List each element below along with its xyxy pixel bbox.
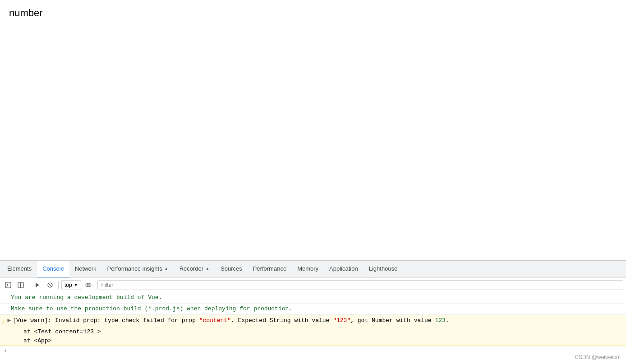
warn-bracket: [Vue warn]: Invalid prop: type check fai…: [13, 317, 199, 324]
tab-performance[interactable]: Performance: [248, 261, 292, 278]
warning-icon: ⚠: [2, 317, 5, 326]
devtools-tabs-bar: Elements Console Network Performance ins…: [0, 261, 626, 278]
tab-recorder[interactable]: Recorder ▲: [174, 261, 215, 278]
warn-expand-arrow[interactable]: ▶: [7, 316, 11, 325]
devtools-panel: Elements Console Network Performance ins…: [0, 260, 626, 364]
context-selector[interactable]: top ▼: [61, 280, 81, 290]
filter-input[interactable]: [97, 280, 623, 290]
console-prompt: ›: [0, 346, 626, 355]
tab-console-label: Console: [42, 265, 64, 272]
page-content: number: [0, 0, 626, 260]
svg-point-6: [86, 283, 91, 287]
warn-at-line-2: at <App>: [0, 336, 626, 346]
tab-network-label: Network: [75, 265, 97, 272]
console-text-1: You are running a development build of V…: [11, 293, 162, 302]
toolbar-divider-2: [58, 281, 59, 289]
visibility-button[interactable]: [83, 280, 94, 290]
console-line-2: Make sure to use the production build (*…: [0, 304, 626, 315]
expand-button[interactable]: [15, 280, 26, 290]
tab-elements-label: Elements: [7, 265, 32, 272]
tab-performance-label: Performance: [253, 265, 286, 272]
toolbar-divider-1: [29, 281, 29, 289]
warn-at-line-1: at <Test content=123 >: [0, 327, 626, 336]
svg-point-7: [87, 284, 89, 286]
context-value: top: [64, 282, 72, 288]
svg-rect-2: [21, 282, 24, 288]
recorder-icon: ▲: [205, 266, 210, 271]
prompt-arrow-icon: ›: [4, 347, 7, 354]
console-toolbar: top ▼: [0, 278, 626, 292]
page-title: number: [9, 7, 43, 18]
svg-marker-3: [36, 283, 39, 287]
run-button[interactable]: [32, 280, 43, 290]
console-warning-block: ⚠ ▶ [Vue warn]: Invalid prop: type check…: [0, 315, 626, 346]
console-output: You are running a development build of V…: [0, 292, 626, 364]
warn-main-line: ⚠ ▶ [Vue warn]: Invalid prop: type check…: [0, 315, 626, 327]
tab-application[interactable]: Application: [324, 261, 364, 278]
tab-performance-insights-label: Performance insights: [107, 265, 162, 272]
svg-line-5: [49, 284, 51, 286]
warn-got-val: 123: [435, 317, 445, 324]
tab-application-label: Application: [329, 265, 358, 272]
execute-script-button[interactable]: [3, 280, 14, 290]
console-line-1: You are running a development build of V…: [0, 292, 626, 304]
tab-sources[interactable]: Sources: [215, 261, 248, 278]
svg-rect-1: [18, 282, 21, 288]
warn-expected-val: "123": [333, 317, 350, 324]
console-text-2: Make sure to use the production build (*…: [11, 304, 292, 313]
tab-lighthouse-label: Lighthouse: [369, 265, 398, 272]
tab-memory[interactable]: Memory: [292, 261, 324, 278]
tab-performance-insights[interactable]: Performance insights ▲: [102, 261, 174, 278]
warn-text2: . Expected String with value: [231, 317, 333, 324]
tab-lighthouse[interactable]: Lighthouse: [364, 261, 403, 278]
performance-insights-icon: ▲: [164, 266, 169, 271]
tab-memory-label: Memory: [297, 265, 318, 272]
tab-recorder-label: Recorder: [180, 265, 203, 272]
tab-network[interactable]: Network: [69, 261, 102, 278]
warn-main-text: [Vue warn]: Invalid prop: type check fai…: [13, 316, 622, 325]
at-text-1: at <Test content=123 >: [23, 328, 101, 335]
at-text-2: at <App>: [23, 337, 51, 344]
watermark: CSDN @weiweicn!: [575, 354, 621, 360]
warn-text3: , got Number with value: [350, 317, 435, 324]
stop-button[interactable]: [45, 280, 55, 290]
tab-sources-label: Sources: [221, 265, 242, 272]
warn-string-val: "content": [199, 317, 231, 324]
tab-elements[interactable]: Elements: [2, 261, 37, 278]
context-dropdown-icon: ▼: [74, 283, 78, 287]
tab-console[interactable]: Console: [37, 261, 69, 278]
warn-text4: .: [446, 317, 449, 324]
